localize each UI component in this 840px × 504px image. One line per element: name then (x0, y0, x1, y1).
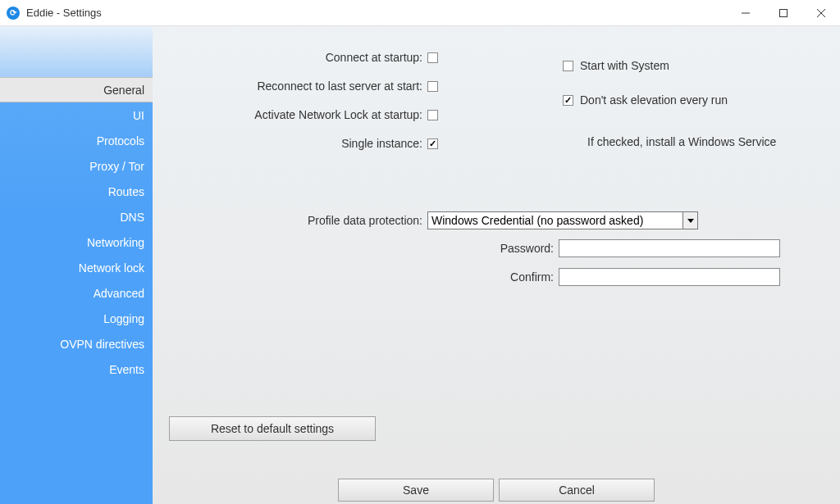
sidebar-item-ovpn-directives[interactable]: OVPN directives (0, 331, 153, 356)
confirm-label: Confirm: (153, 270, 559, 284)
sidebar-item-label: UI (133, 109, 144, 122)
connect-at-startup-label: Connect at startup: (153, 51, 427, 64)
sidebar-item-label: Protocols (97, 134, 144, 148)
sidebar-item-label: General (103, 84, 144, 97)
profile-protection-label: Profile data protection: (153, 214, 427, 227)
sidebar-item-routes[interactable]: Routes (0, 179, 153, 204)
sidebar-item-advanced[interactable]: Advanced (0, 280, 153, 306)
sidebar-item-general[interactable]: General (0, 77, 153, 102)
window-body: General UI Protocols Proxy / Tor Routes … (0, 26, 840, 504)
sidebar-item-label: DNS (120, 211, 144, 224)
dont-ask-elevation-label: Don't ask elevation every run (573, 93, 728, 107)
sidebar-item-label: Network lock (79, 261, 144, 275)
window-title: Eddie - Settings (26, 7, 727, 19)
sidebar-item-ui[interactable]: UI (0, 102, 153, 128)
single-instance-label: Single instance: (153, 137, 427, 150)
reconnect-last-checkbox[interactable] (427, 81, 438, 92)
settings-general-panel: Connect at startup: Reconnect to last se… (153, 26, 840, 504)
sidebar-item-networking[interactable]: Networking (0, 229, 153, 255)
maximize-button[interactable] (765, 0, 802, 26)
activate-netlock-checkbox[interactable] (427, 110, 438, 120)
titlebar: ⟳ Eddie - Settings (0, 0, 840, 26)
sidebar-item-events[interactable]: Events (0, 356, 153, 382)
sidebar-item-dns[interactable]: DNS (0, 204, 153, 229)
svg-marker-4 (687, 219, 694, 223)
profile-protection-value: Windows Credential (no password asked) (431, 214, 643, 227)
windows-service-hint: If checked, install a Windows Service (587, 135, 776, 148)
sidebar-item-proxy-tor[interactable]: Proxy / Tor (0, 153, 153, 179)
sidebar-item-label: Routes (108, 185, 144, 198)
profile-protection-select[interactable]: Windows Credential (no password asked) (427, 211, 698, 229)
cancel-button-label: Cancel (559, 484, 595, 497)
sidebar-item-label: OVPN directives (60, 338, 144, 351)
password-input[interactable] (559, 239, 780, 257)
activate-netlock-label: Activate Network Lock at startup: (153, 108, 427, 121)
sidebar-item-logging[interactable]: Logging (0, 306, 153, 331)
window-controls (727, 0, 840, 26)
sidebar-item-label: Proxy / Tor (89, 160, 144, 173)
sidebar-item-label: Events (109, 363, 144, 376)
minimize-button[interactable] (727, 0, 765, 26)
dropdown-arrow-icon (682, 212, 697, 229)
dont-ask-elevation-checkbox[interactable] (563, 95, 573, 106)
save-button-label: Save (403, 484, 429, 497)
save-button[interactable]: Save (338, 479, 494, 502)
password-label: Password: (153, 242, 559, 255)
reconnect-last-label: Reconnect to last server at start: (153, 79, 427, 93)
sidebar-item-protocols[interactable]: Protocols (0, 128, 153, 153)
start-with-system-checkbox[interactable] (563, 61, 573, 71)
reset-button[interactable]: Reset to default settings (169, 416, 376, 441)
start-with-system-label: Start with System (573, 59, 669, 72)
connect-at-startup-checkbox[interactable] (427, 52, 438, 63)
app-icon: ⟳ (7, 7, 20, 20)
sidebar-item-label: Networking (87, 236, 144, 249)
close-button[interactable] (802, 0, 840, 26)
confirm-input[interactable] (559, 268, 780, 286)
sidebar-item-label: Advanced (94, 287, 144, 300)
svg-rect-1 (780, 9, 788, 16)
sidebar-item-label: Logging (103, 312, 144, 325)
bottom-bar: Save Cancel (153, 479, 840, 504)
sidebar-item-network-lock[interactable]: Network lock (0, 255, 153, 280)
reset-button-label: Reset to default settings (211, 422, 334, 435)
cancel-button[interactable]: Cancel (499, 479, 655, 502)
sidebar: General UI Protocols Proxy / Tor Routes … (0, 26, 153, 504)
single-instance-checkbox[interactable] (427, 138, 438, 149)
